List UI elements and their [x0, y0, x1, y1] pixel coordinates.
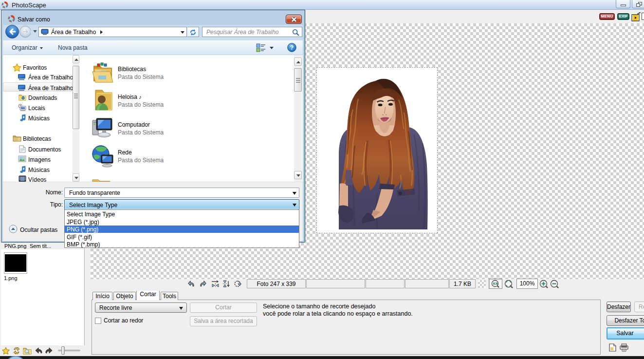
svg-text:?: ? [290, 44, 294, 51]
